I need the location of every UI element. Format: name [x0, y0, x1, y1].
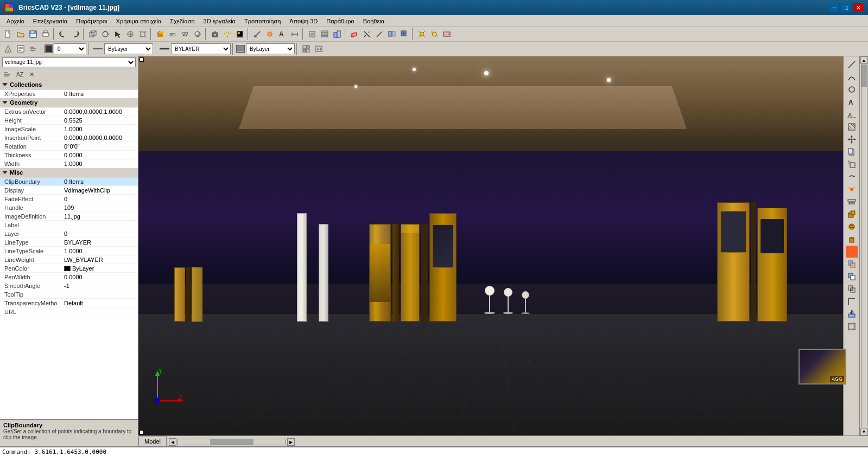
tb-perspective[interactable] — [179, 28, 191, 40]
tb-layers[interactable] — [319, 28, 331, 40]
tb-annotate[interactable]: A — [276, 28, 288, 40]
collections-header[interactable]: Collections — [0, 80, 138, 89]
geometry-header[interactable]: Geometry — [0, 98, 138, 107]
print-button[interactable] — [40, 28, 52, 40]
open-button[interactable] — [15, 28, 27, 40]
tb-material[interactable] — [192, 28, 204, 40]
tb-explode[interactable] — [416, 28, 428, 40]
tb-select[interactable] — [112, 28, 124, 40]
h-scroll-track[interactable] — [178, 439, 286, 445]
rt-shell[interactable] — [846, 321, 858, 332]
tb-measure[interactable] — [251, 28, 263, 40]
rt-torus[interactable] — [846, 246, 858, 258]
rt-circle[interactable] — [846, 84, 858, 95]
model-tab[interactable]: Model — [138, 437, 167, 446]
layer-dropdown[interactable]: 0 — [54, 43, 86, 54]
tb-sort[interactable] — [27, 43, 39, 55]
tb-zoom-extent[interactable] — [137, 28, 149, 40]
toolbar-row-1: 3D A — [0, 27, 868, 41]
clipboundary-row[interactable]: ClipBoundary 0 Items — [0, 177, 138, 186]
tb-render[interactable] — [234, 28, 246, 40]
scroll-up-button[interactable]: ▲ — [860, 56, 868, 64]
save-button[interactable] — [27, 28, 39, 40]
undo-button[interactable] — [57, 28, 69, 40]
tb-erase[interactable] — [349, 28, 360, 40]
panel-alpha-button[interactable]: AZ — [14, 68, 26, 80]
menu-params[interactable]: Παράμετροι — [72, 17, 111, 25]
rt-line[interactable] — [846, 59, 858, 71]
rt-text[interactable]: A — [846, 96, 858, 108]
rt-sphere[interactable] — [846, 221, 858, 233]
tb-qselect[interactable]: ? — [2, 43, 14, 55]
rt-cylinder[interactable] — [846, 233, 858, 245]
menu-3dview[interactable]: Άποψη 3D — [285, 17, 322, 25]
rt-boolean[interactable] — [846, 258, 858, 270]
tb-section[interactable] — [441, 28, 453, 40]
rt-copy[interactable] — [846, 146, 858, 158]
booth-panel-1 — [369, 224, 391, 322]
tb-properties[interactable] — [306, 28, 318, 40]
tb-namedviews[interactable]: V+ — [313, 43, 325, 55]
rt-scale[interactable] — [846, 158, 858, 170]
menu-window[interactable]: Παράθυρο — [322, 17, 358, 25]
rt-move[interactable] — [846, 133, 858, 145]
scroll-down-button[interactable]: ▼ — [860, 428, 868, 435]
tooltip-name: ToolTip — [4, 291, 64, 298]
tb-block[interactable] — [331, 28, 343, 40]
booth-group-right — [717, 202, 787, 322]
tb-viewstates[interactable] — [300, 43, 312, 55]
tb-cross[interactable] — [124, 28, 136, 40]
scroll-track-vertical[interactable] — [861, 65, 867, 427]
maximize-button[interactable]: □ — [841, 3, 852, 12]
rt-align[interactable] — [846, 196, 858, 208]
rt-text2[interactable]: A — [846, 108, 858, 120]
file-select-dropdown[interactable]: vdlmage 11.jpg — [2, 57, 136, 67]
misc-header[interactable]: Misc — [0, 168, 138, 177]
close-button[interactable]: ✕ — [853, 3, 864, 12]
tb-3d2[interactable]: 3D — [167, 28, 179, 40]
tb-trim[interactable] — [361, 28, 373, 40]
new-button[interactable] — [2, 28, 14, 40]
rt-subtract[interactable] — [846, 271, 858, 283]
separator-r2-2 — [88, 43, 90, 55]
tb-extend[interactable] — [373, 28, 385, 40]
tb-3d1[interactable] — [154, 28, 166, 40]
rt-hatch[interactable] — [846, 121, 858, 133]
color-dropdown[interactable]: ByLayer — [246, 43, 295, 54]
rt-rotate[interactable] — [846, 171, 858, 183]
menu-useful[interactable]: Χρήσιμα στοιχεία — [112, 17, 166, 25]
resize-handle-tl[interactable] — [140, 57, 144, 62]
tb-cube[interactable] — [87, 28, 99, 40]
rt-push[interactable] — [846, 308, 858, 320]
redo-button[interactable] — [69, 28, 81, 40]
minimize-button[interactable]: ─ — [829, 3, 840, 12]
panel-sort-button[interactable] — [1, 68, 13, 80]
tb-list[interactable] — [15, 43, 27, 55]
tb-array[interactable] — [398, 28, 410, 40]
tb-dimension[interactable] — [289, 28, 301, 40]
linetype-dropdown[interactable]: ByLayer — [104, 43, 153, 54]
tb-camera[interactable] — [209, 28, 221, 40]
menu-edit[interactable]: Επεξεργασία — [29, 17, 72, 25]
menu-draw[interactable]: Σχεδίαση — [166, 17, 199, 25]
lineweight-dropdown[interactable]: BYLAYER — [171, 43, 231, 54]
scroll-left-button[interactable]: ◀ — [169, 438, 176, 446]
menu-modify[interactable]: Τροποποίηση — [240, 17, 285, 25]
rt-fillet[interactable] — [846, 296, 858, 307]
tb-rotate3d[interactable] — [99, 28, 111, 40]
viewport-area[interactable]: Y X — [138, 56, 859, 435]
tb-snap[interactable] — [264, 28, 276, 40]
rt-arc[interactable] — [846, 71, 858, 83]
menu-file[interactable]: Αρχείο — [2, 17, 29, 25]
tb-light[interactable] — [221, 28, 233, 40]
rt-box[interactable] — [846, 208, 858, 220]
menu-3dtools[interactable]: 3D εργαλεία — [199, 17, 240, 25]
rt-3dpoint[interactable] — [846, 183, 858, 195]
scroll-right-button[interactable]: ▶ — [287, 438, 295, 446]
menu-help[interactable]: Βοήθεια — [359, 17, 389, 25]
tb-mirror[interactable] — [386, 28, 398, 40]
tb-isolate[interactable] — [428, 28, 440, 40]
resize-handle-bl[interactable] — [140, 430, 144, 434]
rt-intersect[interactable] — [846, 283, 858, 295]
panel-close-button[interactable]: ✕ — [26, 68, 38, 80]
